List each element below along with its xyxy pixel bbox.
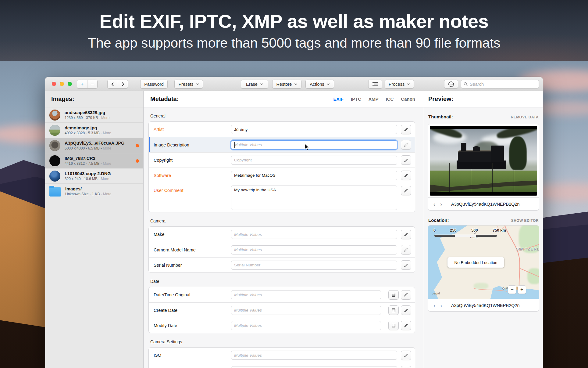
marketing-banner: Edit EXIF, IPTC, XMP as well as maker no… (0, 0, 588, 61)
edit-button[interactable] (401, 140, 411, 150)
field-label: Serial Number (154, 263, 231, 268)
search-field[interactable] (461, 80, 539, 88)
image-meta: 6000 x 4000 - 6.5 MB - (65, 146, 102, 150)
more-link[interactable]: More (101, 116, 109, 120)
forward-button[interactable] (118, 80, 128, 88)
image-list-item[interactable]: demoimage.jpg 4992 x 3328 - 5.3 MB - Mor… (45, 123, 143, 138)
location-label: Location: (428, 218, 449, 223)
edit-button[interactable] (401, 171, 411, 180)
more-link[interactable]: More (103, 161, 111, 166)
software-input[interactable] (231, 171, 397, 180)
map-zoom-in-button[interactable]: + (518, 285, 526, 294)
artist-input[interactable] (231, 125, 397, 134)
previous-thumbnail-button[interactable]: ‹ (431, 201, 438, 207)
next-location-button[interactable]: › (438, 302, 444, 309)
image-list-item-selected[interactable]: IMG_7687.CR2 4416 x 3312 - 7.5 MB - More (45, 153, 143, 168)
image-name: Images/ (65, 186, 111, 191)
iso-input[interactable] (231, 351, 397, 360)
next-thumbnail-button[interactable]: › (438, 201, 444, 207)
image-list-item[interactable]: L1018043 copy 2.DNG 320 x 240 - 10.6 MB … (45, 168, 143, 184)
tab-canon[interactable]: Canon (401, 96, 415, 102)
field-label: Software (154, 173, 231, 178)
more-link[interactable]: More (103, 192, 111, 196)
view-mode-button[interactable] (368, 80, 382, 88)
copyright-input[interactable] (231, 156, 397, 165)
folder-icon (49, 187, 61, 197)
calendar-button[interactable] (388, 305, 399, 315)
make-input[interactable] (231, 230, 397, 239)
add-image-button[interactable]: + (77, 80, 87, 88)
edit-button[interactable] (401, 366, 411, 368)
edit-button[interactable] (401, 321, 411, 330)
zoom-window-button[interactable] (68, 82, 72, 86)
erase-dropdown[interactable]: Erase (241, 80, 268, 88)
map-legal-link[interactable]: Legal (432, 291, 440, 295)
edit-button[interactable] (401, 186, 411, 195)
camera-model-input[interactable] (231, 245, 397, 254)
section-card-general: Artist Image Description Copyr (148, 121, 415, 212)
close-window-button[interactable] (52, 82, 56, 86)
serial-number-input[interactable] (231, 261, 397, 270)
previous-location-button[interactable]: ‹ (431, 302, 438, 309)
section-label-date: Date (150, 279, 415, 284)
actions-dropdown[interactable]: Actions (305, 80, 334, 88)
process-dropdown[interactable]: Process (385, 80, 414, 88)
image-list-item[interactable]: andscape68329.jpg 1239 x 569 - 370 KB - … (45, 107, 143, 123)
image-thumbnail-dark (49, 155, 60, 166)
calendar-button[interactable] (388, 321, 399, 330)
location-map[interactable]: Paris 0 250 500 750 km SWITZERLA No Embe… (428, 225, 539, 299)
section-card-camera: Make Camera Model Name Serial Number (148, 226, 415, 273)
field-row-serial-number: Serial Number (149, 257, 415, 272)
restore-dropdown[interactable]: Restore (272, 80, 301, 88)
edit-button[interactable] (401, 155, 411, 165)
create-date-input[interactable] (231, 306, 381, 315)
field-row-modify-date: Modify Date (149, 318, 415, 333)
more-link[interactable]: More (101, 177, 109, 181)
datetime-original-input[interactable] (231, 290, 381, 299)
remove-data-link[interactable]: REMOVE DATA (511, 115, 539, 119)
field-label: Modify Date (154, 323, 231, 328)
image-list-item-selected[interactable]: A3pQuViEy5...vIF8cuvA.JPG 6000 x 4000 - … (45, 138, 143, 153)
erase-label: Erase (246, 82, 258, 87)
modify-date-input[interactable] (231, 321, 381, 330)
field-row-image-description: Image Description (149, 137, 415, 152)
back-button[interactable] (108, 80, 118, 88)
map-zoom-out-button[interactable]: − (508, 285, 516, 294)
thumbnail-image[interactable] (430, 126, 537, 196)
clipped-input[interactable] (231, 366, 397, 368)
search-input[interactable] (470, 82, 531, 87)
image-list-item-folder[interactable]: Images/ Unknown Size - 1 KB - More (45, 184, 143, 199)
scale-250: 250 (450, 228, 457, 233)
field-label: Make (154, 232, 231, 237)
image-meta: 4416 x 3312 - 7.5 MB - (65, 161, 102, 166)
edit-button[interactable] (401, 230, 411, 239)
edit-button[interactable] (401, 351, 411, 360)
user-comment-textarea[interactable]: My new trip in the USA (231, 186, 397, 210)
image-description-input[interactable] (231, 140, 397, 150)
edit-button[interactable] (401, 290, 411, 300)
more-link[interactable]: More (103, 146, 111, 150)
field-row-camera-model: Camera Model Name (149, 242, 415, 257)
presets-dropdown[interactable]: Presets (174, 80, 203, 88)
tab-xmp[interactable]: XMP (369, 96, 379, 102)
tab-icc[interactable]: ICC (386, 96, 394, 102)
edit-button[interactable] (401, 245, 411, 254)
pencil-icon (404, 158, 408, 162)
modified-indicator-dot (136, 144, 139, 147)
tab-iptc[interactable]: IPTC (351, 96, 361, 102)
screen: Edit EXIF, IPTC, XMP as well as maker no… (0, 0, 588, 368)
more-options-button[interactable] (444, 80, 458, 88)
tab-exif[interactable]: EXIF (333, 96, 343, 102)
edit-button[interactable] (401, 260, 411, 270)
show-editor-link[interactable]: SHOW EDITOR (511, 218, 539, 223)
field-row-iso: ISO (149, 348, 415, 363)
edit-button[interactable] (401, 305, 411, 315)
calendar-button[interactable] (388, 290, 399, 300)
metadata-scroll-area[interactable]: General Artist Image Description (144, 107, 424, 368)
password-button[interactable]: Password (140, 80, 168, 88)
minimize-window-button[interactable] (60, 82, 64, 86)
more-link[interactable]: More (103, 131, 111, 135)
edit-button[interactable] (401, 125, 411, 134)
remove-image-button[interactable]: − (87, 80, 97, 88)
field-row-clipped (149, 363, 415, 368)
